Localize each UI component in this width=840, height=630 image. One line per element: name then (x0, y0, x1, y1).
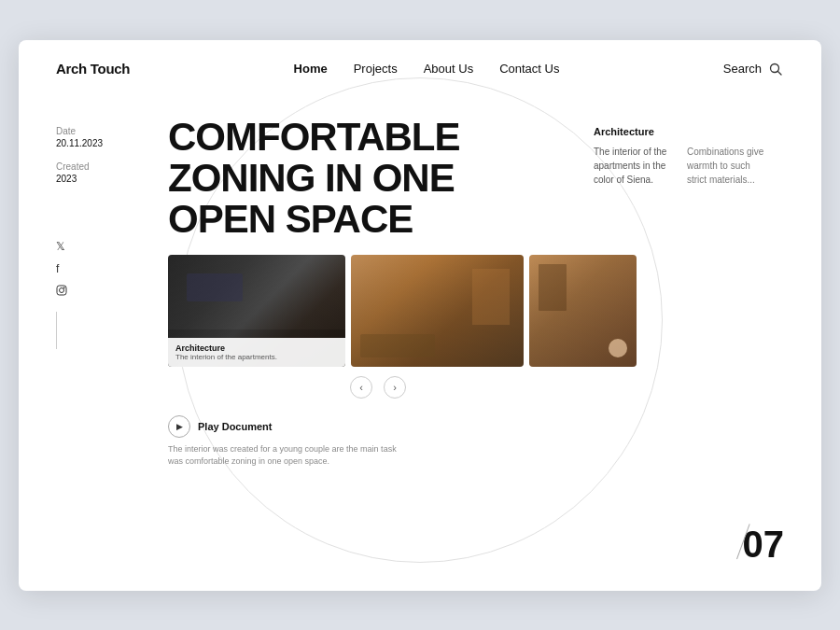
svg-rect-2 (57, 286, 66, 295)
play-label[interactable]: Play Document (198, 421, 272, 432)
twitter-icon[interactable]: 𝕏 (56, 240, 168, 253)
image-card-2[interactable] (351, 255, 524, 367)
left-sidebar: Date 20.11.2023 Created 2023 𝕏 f (56, 107, 168, 469)
play-button[interactable]: ▶ (168, 415, 190, 438)
svg-line-1 (777, 71, 781, 75)
created-value: 2023 (56, 174, 168, 184)
date-label: Date (56, 126, 168, 136)
hero-title: COMFORTABLE ZONING IN ONE OPEN SPACE (168, 117, 560, 240)
image-strip: Architecture The interion of the apartme… (168, 255, 579, 367)
main-nav: Home Projects About Us Contact Us (294, 62, 560, 76)
nav-projects[interactable]: Projects (354, 62, 398, 76)
arch-desc-1: The interior of the apartments in the co… (594, 145, 678, 187)
nav-contact[interactable]: Contact Us (499, 62, 559, 76)
nav-home[interactable]: Home (294, 62, 328, 76)
arch-label: Architecture (594, 126, 784, 137)
next-arrow[interactable]: › (384, 376, 406, 399)
sidebar-divider (56, 312, 57, 349)
image-card-3[interactable] (529, 255, 637, 367)
arch-desc-2: Combinations give warmth to such strict … (687, 145, 771, 187)
description-text: The interior was created for a young cou… (168, 443, 401, 469)
instagram-icon[interactable] (56, 285, 168, 299)
social-icons: 𝕏 f (56, 240, 168, 299)
date-value: 20.11.2023 (56, 138, 168, 148)
carousel-nav: ‹ › (350, 376, 579, 399)
arch-desc-row: The interior of the apartments in the co… (594, 145, 784, 187)
number-section: 07 (736, 522, 785, 563)
search-icon[interactable] (767, 61, 784, 77)
created-label: Created (56, 161, 168, 172)
play-section: ▶ Play Document (168, 415, 579, 438)
prev-arrow[interactable]: ‹ (350, 376, 372, 399)
svg-point-3 (60, 287, 64, 292)
image-card-1[interactable]: Architecture The interion of the apartme… (168, 255, 345, 367)
counter-number: 07 (743, 525, 785, 563)
center-content: COMFORTABLE ZONING IN ONE OPEN SPACE Arc… (168, 107, 579, 469)
logo[interactable]: Arch Touch (56, 61, 130, 77)
nav-about[interactable]: About Us (424, 62, 473, 76)
main-content: Date 20.11.2023 Created 2023 𝕏 f COMFORT… (19, 98, 821, 497)
header: Arch Touch Home Projects About Us Contac… (19, 40, 821, 98)
svg-point-4 (63, 287, 64, 287)
image-caption-title-1: Architecture (175, 343, 338, 353)
main-window: Arch Touch Home Projects About Us Contac… (19, 40, 821, 591)
facebook-icon[interactable]: f (56, 262, 168, 275)
search-area[interactable]: Search (723, 61, 784, 77)
image-caption-sub-1: The interion of the apartments. (175, 353, 338, 361)
image-caption-1: Architecture The interion of the apartme… (168, 338, 345, 367)
search-label: Search (723, 62, 762, 76)
